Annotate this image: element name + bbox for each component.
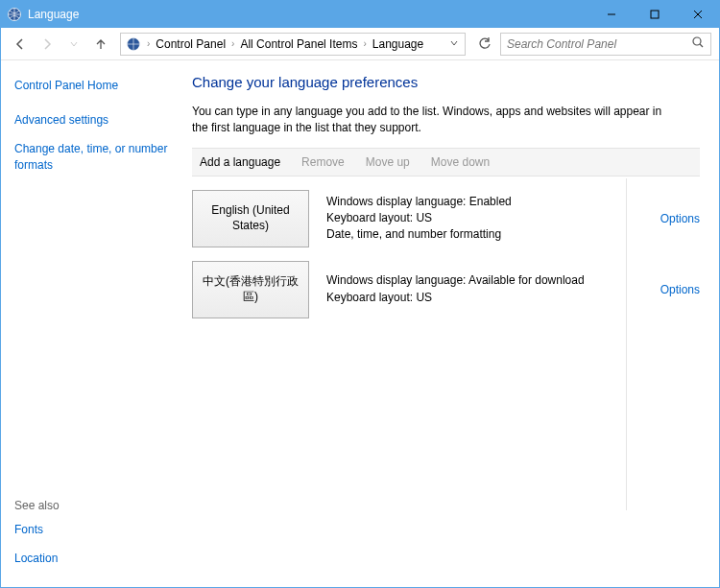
language-row[interactable]: English (United States) Windows display … bbox=[192, 190, 700, 247]
toolbar: › Control Panel › All Control Panel Item… bbox=[1, 28, 719, 60]
content: Change your language preferences You can… bbox=[188, 60, 719, 587]
display-language-status: Windows display language: Enabled bbox=[326, 194, 660, 210]
add-language-button[interactable]: Add a language bbox=[200, 155, 280, 169]
up-button[interactable] bbox=[89, 33, 112, 56]
breadcrumb-item[interactable]: All Control Panel Items bbox=[237, 37, 360, 51]
minimize-button[interactable] bbox=[589, 1, 633, 28]
divider-line bbox=[626, 178, 627, 510]
chevron-right-icon: › bbox=[360, 38, 369, 49]
refresh-button[interactable] bbox=[473, 33, 496, 56]
svg-point-6 bbox=[693, 37, 701, 45]
language-list: English (United States) Windows display … bbox=[192, 190, 700, 318]
breadcrumb-item[interactable]: Control Panel bbox=[153, 37, 228, 51]
display-language-status: Windows display language: Available for … bbox=[326, 272, 660, 289]
options-link[interactable]: Options bbox=[660, 212, 700, 225]
chevron-right-icon: › bbox=[144, 38, 153, 49]
sidebar-home-link[interactable]: Control Panel Home bbox=[14, 78, 175, 93]
svg-line-7 bbox=[700, 44, 703, 47]
options-link[interactable]: Options bbox=[660, 283, 700, 296]
sidebar-link-location[interactable]: Location bbox=[14, 551, 175, 566]
language-details: Windows display language: Available for … bbox=[309, 272, 660, 306]
move-up-button: Move up bbox=[366, 155, 410, 169]
keyboard-layout: Keyboard layout: US bbox=[326, 290, 660, 306]
language-app-icon bbox=[7, 7, 22, 22]
format-status: Date, time, and number formatting bbox=[326, 226, 660, 243]
search-input[interactable] bbox=[507, 37, 691, 51]
titlebar: Language bbox=[1, 1, 719, 28]
back-button[interactable] bbox=[9, 33, 32, 56]
close-button[interactable] bbox=[676, 1, 719, 28]
sidebar: Control Panel Home Advanced settings Cha… bbox=[1, 60, 188, 587]
language-row[interactable]: 中文(香港特別行政區) Windows display language: Av… bbox=[192, 261, 700, 318]
move-down-button: Move down bbox=[431, 155, 490, 169]
recent-dropdown-icon[interactable] bbox=[62, 33, 85, 56]
window-title: Language bbox=[28, 8, 589, 21]
breadcrumb-item[interactable]: Language bbox=[370, 37, 426, 51]
svg-rect-2 bbox=[651, 11, 659, 18]
chevron-right-icon: › bbox=[228, 38, 237, 49]
sidebar-link-advanced[interactable]: Advanced settings bbox=[14, 112, 175, 128]
language-details: Windows display language: Enabled Keyboa… bbox=[309, 194, 660, 244]
language-tile[interactable]: 中文(香港特別行政區) bbox=[192, 261, 309, 318]
maximize-button[interactable] bbox=[633, 1, 676, 28]
window-controls bbox=[589, 1, 719, 28]
sidebar-link-fonts[interactable]: Fonts bbox=[14, 522, 175, 537]
language-tile[interactable]: English (United States) bbox=[192, 190, 309, 247]
remove-button: Remove bbox=[301, 155, 345, 169]
search-box[interactable] bbox=[500, 33, 711, 56]
action-bar: Add a language Remove Move up Move down bbox=[192, 148, 700, 176]
breadcrumb-dropdown-icon[interactable] bbox=[445, 37, 463, 51]
page-title: Change your language preferences bbox=[192, 74, 700, 90]
breadcrumb[interactable]: › Control Panel › All Control Panel Item… bbox=[120, 33, 466, 56]
page-description: You can type in any language you add to … bbox=[192, 104, 672, 136]
control-panel-icon bbox=[126, 36, 141, 52]
main-layout: Control Panel Home Advanced settings Cha… bbox=[1, 60, 719, 587]
see-also-label: See also bbox=[14, 499, 175, 512]
keyboard-layout: Keyboard layout: US bbox=[326, 210, 660, 226]
sidebar-link-dateformat[interactable]: Change date, time, or number formats bbox=[14, 141, 175, 172]
search-icon[interactable] bbox=[691, 35, 705, 52]
forward-button[interactable] bbox=[36, 33, 59, 56]
